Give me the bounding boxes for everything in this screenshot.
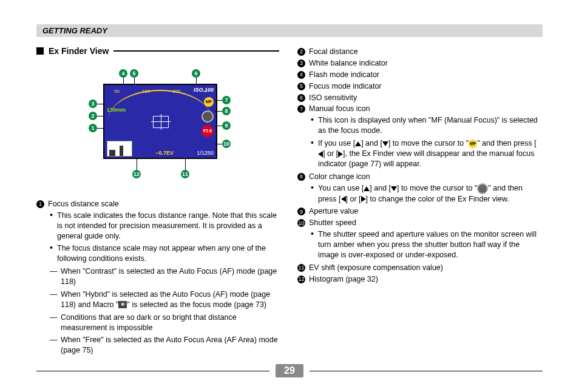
leader-line [196,78,197,85]
number-badge-1: 1 [36,200,44,208]
legend-item-9: 9Aperture value [297,206,540,217]
mf-inline-icon: MF [469,140,477,148]
text: Aperture value [309,206,358,217]
macro-icon: ❀ [118,301,127,308]
leader-line [215,126,222,126]
color-change-icon [201,110,214,123]
number-badge-3: 3 [297,59,305,67]
ev-readout: −0.7EV [155,149,174,157]
text: ] to move the cursor to " [397,184,477,192]
legend-item-5: 5Focus mode indicator [297,81,540,92]
dash-item: When "Free" is selected as the Auto Focu… [50,335,279,356]
leader-line [215,100,222,101]
callout-7: 7 [222,96,231,104]
number-badge-10: 10 [297,219,305,227]
dash-item: Conditions that are so dark or so bright… [50,313,279,333]
legend-item-6: 6ISO sensitivity [297,93,540,103]
up-key-icon [364,186,370,191]
number-badge-6: 6 [297,94,305,102]
callout-9: 9 [222,121,231,130]
legend-item-8: 8Color change icon [297,172,540,182]
legend-item-2: 2Focal distance [297,47,540,57]
left-key-icon [341,196,346,202]
bullet: The focus distance scale may not appear … [50,243,279,264]
text: Color change icon [309,172,370,182]
number-badge-12: 12 [297,275,305,283]
text: Flash mode indicator [309,70,379,80]
callout-11: 11 [181,170,189,178]
legend-item-8-bullets: You can use [] and [] to move the cursor… [311,183,540,204]
legend-item-10: 10Shutter speed [297,218,540,228]
leader-line [215,144,222,144]
text: Shutter speed [309,218,356,228]
bullet: If you use [] and [] to move the cursor … [311,138,540,169]
text: ISO sensitivity [309,93,357,103]
leader-line [134,78,135,85]
callout-3: 3 [89,100,97,108]
leader-line [215,111,222,112]
aperture-readout: F2.8 [201,125,214,137]
footer-rule [310,371,543,371]
legend-item-11: 11EV shift (exposure compensation value) [297,263,540,273]
two-column-layout: Ex Finder View 50 100 200 ∞ ISO 100 139m… [36,46,543,358]
histogram-icon [107,141,132,157]
subsection-title: Ex Finder View [36,46,279,57]
right-column: 2Focal distance 3White balance indicator… [297,46,540,358]
text: Manual focus icon [309,104,370,114]
text: Histogram (page 32) [309,274,378,285]
bullet: This scale indicates the focus distance … [50,211,279,242]
number-badge-7: 7 [297,105,305,113]
number-badge-9: 9 [297,208,305,215]
arc-num: 50 [114,89,120,95]
dash-item: When "Contrast" is selected as the Auto … [50,266,279,287]
text: " and then press [ [477,139,537,147]
text: Focus mode indicator [309,81,382,92]
callout-10: 10 [222,140,231,148]
legend-item-1-bullets: This scale indicates the focus distance … [50,211,279,264]
mf-icon: MF [204,97,214,107]
callout-6: 6 [192,69,200,78]
text: " is selected as the focus mode (page 73… [127,300,266,309]
text: You can use [ [318,184,364,192]
bullet: The shutter speed and aperture values on… [311,229,540,260]
text: EV shift (exposure compensation value) [309,263,443,273]
square-bullet-icon [36,47,44,55]
number-badge-2: 2 [297,48,305,56]
right-key-icon [338,151,343,157]
legend-item-1-dashes: When "Contrast" is selected as the Auto … [50,266,279,356]
leader-line [97,104,104,104]
callout-12: 12 [132,170,141,178]
number-badge-5: 5 [297,83,305,90]
text: ] and [ [361,139,382,147]
leader-line [123,78,124,85]
color-change-inline-icon [477,183,488,194]
text: ] or [ [346,195,361,203]
page-footer: 29 [36,364,543,377]
left-column: Ex Finder View 50 100 200 ∞ ISO 100 139m… [36,46,279,358]
ex-finder-diagram: 50 100 200 ∞ ISO 100 139mm MF F2.8 −0.7E… [67,66,249,187]
number-badge-8: 8 [297,173,305,181]
section-header: GETTING READY [36,24,543,37]
legend-item-10-bullets: The shutter speed and aperture values on… [311,229,540,260]
right-key-icon [361,196,366,202]
text: ] to change the color of the Ex Finder v… [366,195,509,203]
callout-5: 5 [130,69,138,78]
legend-item-12: 12Histogram (page 32) [297,274,540,285]
number-badge-4: 4 [297,71,305,79]
iso-readout: ISO 100 [194,86,214,93]
shutter-readout: 1/1250 [197,149,214,157]
legend-item-7-bullets: This icon is displayed only when "MF (Ma… [311,115,540,169]
title-rule [113,50,279,52]
dash-item: When "Hybrid" is selected as the Auto Fo… [50,289,279,310]
text: ] or [ [323,149,338,158]
text: ] to move the cursor to " [388,139,469,147]
arc-num: 200 [172,89,180,95]
leader-line [137,158,137,170]
number-badge-11: 11 [297,264,305,272]
legend-item-1-title: Focus distance scale [48,199,119,209]
callout-1: 1 [89,124,97,132]
legend-item-4: 4Flash mode indicator [297,70,540,80]
focal-readout: 139mm [107,106,126,113]
legend-item-7: 7Manual focus icon [297,104,540,114]
down-key-icon [391,186,397,191]
